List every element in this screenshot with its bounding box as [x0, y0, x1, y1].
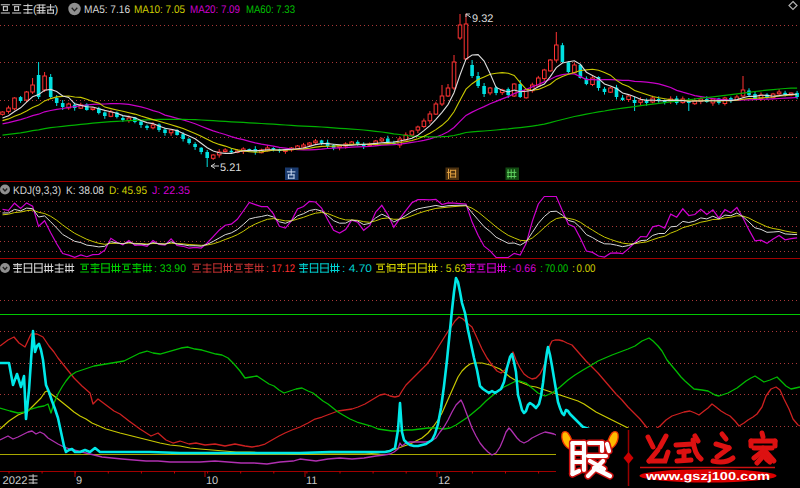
svg-text:J: 22.35: J: 22.35: [152, 185, 190, 197]
svg-text:12: 12: [438, 475, 450, 487]
svg-text:MA5: 7.16: MA5: 7.16: [84, 4, 130, 16]
svg-text:: 5.63: : 5.63: [440, 263, 466, 275]
svg-text::: :: [572, 263, 575, 275]
svg-text:: 17.12: : 17.12: [266, 263, 295, 275]
svg-text:11: 11: [306, 475, 317, 487]
svg-text:-0.66: -0.66: [512, 263, 536, 275]
svg-text:5.21: 5.21: [220, 162, 241, 174]
svg-text:KDJ(9,3,3): KDJ(9,3,3): [13, 185, 61, 197]
svg-text:9: 9: [76, 475, 82, 487]
svg-text:9.32: 9.32: [472, 13, 493, 25]
svg-text:): ): [55, 4, 59, 16]
svg-text:: 4.70: : 4.70: [342, 263, 372, 275]
svg-text:MA10: 7.05: MA10: 7.05: [134, 4, 185, 16]
svg-text:MA60: 7.33: MA60: 7.33: [246, 4, 295, 16]
svg-text:10: 10: [206, 475, 218, 487]
svg-text:MA20: 7.09: MA20: 7.09: [190, 4, 240, 16]
svg-text:K: 38.08: K: 38.08: [66, 185, 104, 197]
svg-text:D: 45.95: D: 45.95: [109, 185, 147, 197]
svg-text:: 33.90: : 33.90: [154, 263, 186, 275]
svg-text:2022: 2022: [3, 475, 28, 487]
svg-text::: :: [540, 263, 543, 275]
svg-text:(: (: [33, 4, 37, 16]
svg-text:70.00: 70.00: [545, 263, 568, 275]
svg-text::: :: [508, 263, 511, 275]
svg-text:www.gszj100.com: www.gszj100.com: [645, 471, 770, 483]
svg-text:0.00: 0.00: [577, 263, 596, 275]
